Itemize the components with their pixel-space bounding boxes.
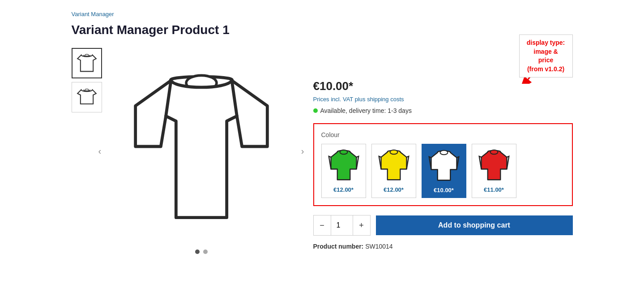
thumbnail-1[interactable] <box>72 48 102 78</box>
colour-card-white[interactable]: €10.00* <box>422 144 466 198</box>
colour-label: Colour <box>321 131 565 138</box>
colour-options: €12.00* €12.00* <box>321 144 565 198</box>
colour-price-yellow: €12.00* <box>375 186 412 193</box>
svg-point-7 <box>490 150 498 155</box>
price-section: €10.00* Prices incl. VAT plus shipping c… <box>313 79 573 114</box>
colour-shirt-white <box>427 148 461 182</box>
colour-price-white: €10.00* <box>426 187 462 194</box>
qty-control: − + <box>313 215 371 236</box>
main-shirt-display <box>107 48 295 245</box>
main-image-area <box>107 48 295 254</box>
product-layout: ‹ <box>72 48 573 254</box>
qty-input[interactable] <box>331 215 353 235</box>
colour-card-green[interactable]: €12.00* <box>321 144 366 198</box>
annotation-line1: display type: image & price <box>527 39 565 64</box>
gallery-section: ‹ <box>72 48 295 254</box>
colour-shirt-red <box>477 148 511 182</box>
add-to-cart-row: − + Add to shopping cart <box>313 215 573 236</box>
main-image-container: ‹ <box>107 48 295 254</box>
svg-point-4 <box>340 150 347 155</box>
colour-section: Colour €12.00* <box>313 123 573 206</box>
dot-2[interactable] <box>203 250 208 254</box>
svg-point-5 <box>390 150 397 155</box>
page-container: Variant Manager Variant Manager Product … <box>54 0 591 265</box>
annotation-area: display type: image & price (from v1.0.2… <box>519 43 573 84</box>
colour-card-red[interactable]: €11.00* <box>472 144 516 198</box>
price-note: Prices incl. VAT plus shipping costs <box>313 96 573 103</box>
product-number-value: SW10014 <box>365 243 392 250</box>
colour-price-green: €12.00* <box>325 186 362 193</box>
main-shirt-svg <box>125 61 277 232</box>
dot-1[interactable] <box>195 250 200 254</box>
thumbnail-1-img <box>76 52 98 74</box>
colour-price-red: €11.00* <box>476 186 512 193</box>
next-arrow[interactable]: › <box>297 142 309 161</box>
prev-arrow[interactable]: ‹ <box>94 142 106 161</box>
breadcrumb[interactable]: Variant Manager <box>72 11 573 17</box>
qty-minus-button[interactable]: − <box>314 215 331 235</box>
product-title: Variant Manager Product 1 <box>72 23 573 37</box>
colour-card-yellow[interactable]: €12.00* <box>371 144 416 198</box>
colour-shirt-green <box>327 148 361 182</box>
svg-point-6 <box>440 151 448 155</box>
annotation-box: display type: image & price (from v1.0.2… <box>519 34 573 77</box>
product-info: display type: image & price (from v1.0.2… <box>313 48 573 254</box>
availability-text: Available, delivery time: 1-3 days <box>320 107 412 114</box>
product-number-label: Product number: <box>313 243 364 250</box>
thumbnail-2[interactable] <box>72 82 102 112</box>
add-to-cart-button[interactable]: Add to shopping cart <box>376 215 573 235</box>
colour-shirt-yellow <box>377 148 411 182</box>
availability-dot <box>313 108 318 113</box>
product-number: Product number: SW10014 <box>313 243 573 250</box>
carousel-dots <box>107 250 295 254</box>
availability-row: Available, delivery time: 1-3 days <box>313 107 573 114</box>
thumbnail-2-img <box>76 86 98 108</box>
annotation-line2: (from v1.0.2) <box>527 65 564 73</box>
qty-plus-button[interactable]: + <box>353 215 370 235</box>
